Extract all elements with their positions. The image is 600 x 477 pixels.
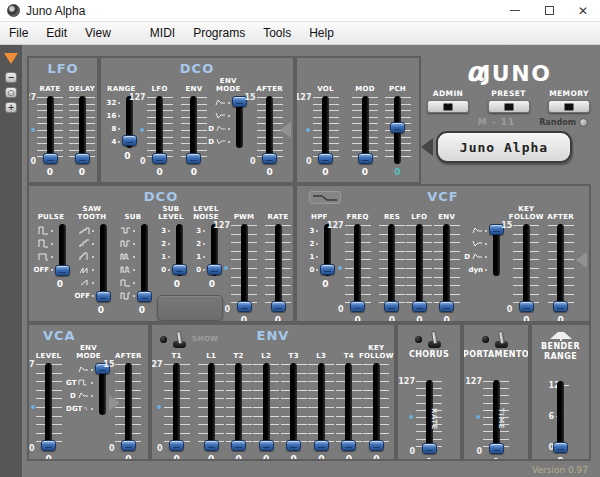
slider-lfo[interactable]: LFO12700 — [140, 78, 180, 177]
slider-l3[interactable]: L30 — [308, 345, 334, 461]
slider-track[interactable] — [290, 363, 297, 451]
slider-option[interactable] — [113, 237, 135, 250]
slider-lfo[interactable]: LFO0 — [406, 206, 432, 323]
slider-track-area[interactable] — [231, 363, 246, 451]
section-collapse-icon[interactable] — [576, 252, 587, 268]
slider-body[interactable] — [181, 96, 207, 164]
slider-track-area[interactable] — [271, 224, 286, 312]
slider-track[interactable] — [173, 363, 180, 451]
slider-body[interactable]: 150 — [506, 224, 546, 312]
slider-key-follow[interactable]: KEYFOLLOW0 — [363, 345, 389, 461]
close-button[interactable]: ✕ — [566, 0, 600, 21]
slider-handle[interactable] — [519, 301, 534, 312]
slider-option[interactable]: 4 — [104, 135, 120, 148]
slider-option[interactable]: 1 — [189, 250, 205, 263]
slider-option[interactable]: 16 — [104, 109, 120, 122]
slider-sub-level[interactable]: SUBLEVEL32100 — [154, 206, 188, 289]
slider-option[interactable] — [31, 237, 53, 250]
slider-handle[interactable] — [186, 153, 201, 164]
slider-handle[interactable] — [439, 301, 454, 312]
slider-option[interactable]: OFF — [31, 263, 53, 276]
slider-handle[interactable] — [489, 443, 504, 454]
slider-handle[interactable] — [41, 440, 56, 451]
slider-track[interactable] — [235, 363, 242, 451]
slider-track-area[interactable] — [341, 363, 356, 451]
maximize-button[interactable] — [532, 0, 566, 21]
slider-option[interactable] — [113, 263, 135, 276]
slider-handle[interactable] — [137, 291, 152, 302]
slider-body[interactable] — [69, 96, 95, 164]
slider-body[interactable]: DD — [208, 96, 248, 148]
slider-l1[interactable]: L10 — [198, 345, 224, 461]
slider-handle[interactable] — [169, 440, 184, 451]
slider-track[interactable] — [275, 224, 282, 312]
slider-track[interactable] — [388, 224, 395, 312]
slider-track-area[interactable] — [95, 363, 110, 415]
slider-option[interactable] — [461, 224, 487, 237]
slider-t2[interactable]: T20 — [226, 345, 252, 461]
slider-handle[interactable] — [350, 301, 365, 312]
slider-track-area[interactable] — [369, 363, 384, 451]
slider-track-area[interactable] — [314, 363, 329, 451]
slider-hpf[interactable]: HPF32100 — [302, 206, 336, 289]
slider-option[interactable] — [31, 224, 53, 237]
slider-t4[interactable]: T40 — [336, 345, 362, 461]
slider-track-area[interactable] — [172, 224, 187, 276]
slider-track-area[interactable] — [519, 224, 534, 312]
slider-option[interactable] — [72, 250, 94, 263]
slider-track-area[interactable] — [439, 224, 454, 312]
slider-track-area[interactable] — [553, 224, 568, 312]
slider-handle[interactable] — [207, 264, 222, 275]
slider-mod[interactable]: MOD0 — [352, 78, 378, 177]
slider-track-area[interactable] — [553, 381, 568, 453]
slider-option[interactable] — [113, 289, 135, 302]
slider-track-area[interactable] — [96, 224, 111, 302]
zoom-out-button[interactable]: − — [5, 72, 17, 83]
menu-edit[interactable]: Edit — [37, 23, 76, 43]
slider-handle[interactable] — [43, 153, 58, 164]
menu-view[interactable]: View — [76, 23, 120, 43]
slider-handle[interactable] — [412, 301, 427, 312]
menu-help[interactable]: Help — [300, 23, 343, 43]
slider-track[interactable] — [208, 363, 215, 451]
slider-body[interactable] — [198, 363, 224, 451]
slider-option[interactable]: D — [461, 250, 487, 263]
slider-env[interactable]: ENV0 — [181, 78, 207, 177]
slider-handle[interactable] — [121, 440, 136, 451]
slider-track-area[interactable] — [204, 363, 219, 451]
slider-option[interactable] — [72, 276, 94, 289]
slider-body[interactable]: 1260 — [548, 381, 574, 453]
slider-track[interactable] — [443, 224, 450, 312]
slider-track-area[interactable] — [121, 363, 136, 451]
slider-body[interactable]: GTDDGT — [66, 363, 111, 415]
admin-button[interactable] — [427, 100, 469, 113]
slider-option[interactable]: 2 — [154, 237, 170, 250]
slider-sub[interactable]: SUB0 — [113, 206, 153, 315]
slider-handle[interactable] — [422, 443, 437, 454]
slider-option[interactable] — [208, 109, 230, 122]
slider-track[interactable] — [373, 363, 380, 451]
slider-option[interactable] — [113, 224, 135, 237]
slider-handle[interactable] — [237, 301, 252, 312]
slider-sawtooth[interactable]: SAWTOOTHOFF0 — [72, 206, 112, 315]
slider-option[interactable]: D — [66, 389, 93, 402]
slider-option[interactable]: 32 — [104, 96, 120, 109]
minimize-button[interactable] — [498, 0, 532, 21]
slider-body[interactable] — [352, 96, 378, 164]
slider-body[interactable]: 1270 — [338, 224, 378, 312]
zoom-in-button[interactable]: + — [5, 102, 17, 113]
slider-track-area[interactable] — [320, 224, 335, 276]
slider-handle[interactable] — [231, 440, 246, 451]
slider-body[interactable]: 1270 — [157, 363, 197, 451]
slider-option[interactable]: 0 — [302, 263, 318, 276]
slider-body[interactable] — [385, 96, 411, 164]
slider-option[interactable]: 3 — [154, 224, 170, 237]
slider-track-area[interactable] — [286, 363, 301, 451]
slider-option[interactable] — [72, 237, 94, 250]
slider-track-area[interactable] — [384, 224, 399, 312]
slider-handle[interactable] — [204, 440, 219, 451]
slider-handle[interactable] — [271, 301, 286, 312]
slider-handle[interactable] — [122, 135, 137, 146]
slider-res[interactable]: RES0 — [379, 206, 405, 323]
slider-bender-range[interactable]: 12600 — [548, 363, 574, 461]
